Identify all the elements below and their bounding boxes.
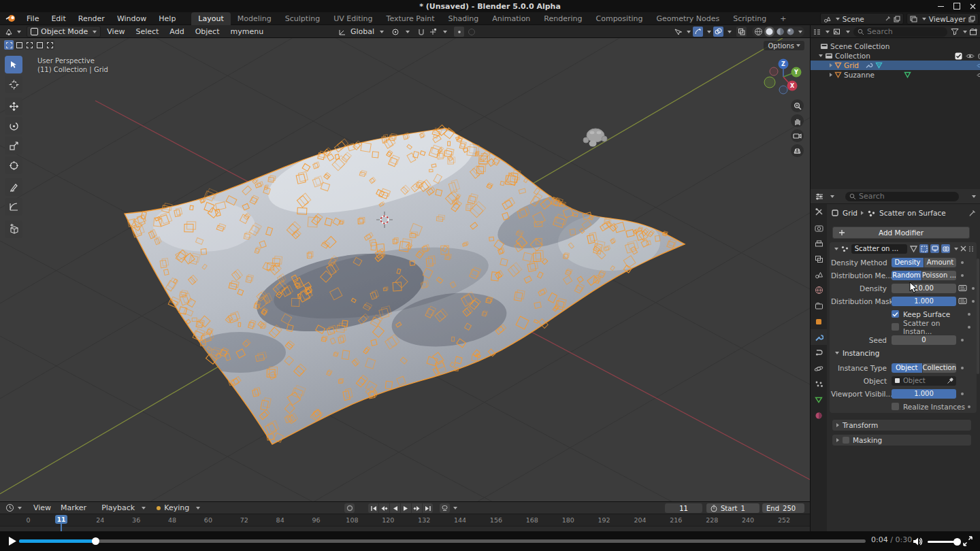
tool-scale[interactable]: [5, 137, 22, 154]
player-play-button[interactable]: [8, 536, 17, 546]
animate-dot[interactable]: [961, 393, 964, 395]
select-mode-subtract[interactable]: [24, 40, 34, 50]
select-mode-new[interactable]: [4, 40, 14, 50]
properties-options-dropdown[interactable]: [972, 195, 976, 198]
new-collection-icon[interactable]: [969, 28, 978, 36]
eyedropper-icon[interactable]: [947, 378, 953, 384]
pivot-point-icon[interactable]: [391, 28, 400, 36]
snap-target-icon[interactable]: [429, 28, 438, 36]
snap-magnet-icon[interactable]: [417, 28, 425, 36]
hide-eye-icon[interactable]: [966, 53, 975, 59]
show-gizmo-visibility-icon[interactable]: [674, 28, 683, 36]
copy-scene-icon[interactable]: [894, 16, 900, 22]
collection-checkbox[interactable]: [955, 52, 962, 60]
instancing-section-header[interactable]: Instancing: [830, 346, 977, 359]
distribution-mask-slider[interactable]: 1.000: [892, 297, 956, 306]
animate-dot[interactable]: [968, 313, 970, 316]
viewport-3d[interactable]: User Perspective (11) Collection | Grid …: [0, 38, 810, 501]
player-progress-track[interactable]: [19, 539, 866, 543]
player-progress-knob[interactable]: [92, 537, 99, 545]
blender-logo-icon[interactable]: [5, 14, 16, 22]
gizmo-axis-neg-x[interactable]: [770, 67, 778, 76]
proportional-editing-icon[interactable]: [454, 27, 464, 37]
animate-dot[interactable]: [968, 405, 970, 408]
gizmo-axis-y[interactable]: Y: [791, 67, 802, 78]
drag-handle-icon[interactable]: [968, 246, 974, 252]
properties-scrollbar[interactable]: [977, 258, 979, 374]
outliner-search-input[interactable]: Search: [853, 27, 947, 37]
tab-compositing[interactable]: Compositing: [589, 12, 650, 25]
menu-file[interactable]: File: [20, 14, 45, 23]
breadcrumb-object[interactable]: Grid: [843, 209, 858, 217]
maximize-button[interactable]: [953, 3, 960, 10]
animate-dot[interactable]: [961, 339, 964, 341]
animate-dot[interactable]: [972, 300, 975, 303]
tab-geometry-nodes[interactable]: Geometry Nodes: [649, 12, 726, 25]
tool-transform[interactable]: [5, 156, 22, 174]
timeline-ruler[interactable]: 0243648607284961081201321441561681801922…: [0, 514, 810, 527]
density-method-amount[interactable]: Amount: [924, 258, 956, 267]
pin-icon[interactable]: [885, 16, 891, 22]
distribution-random[interactable]: Random: [892, 271, 921, 280]
tool-cursor[interactable]: [5, 76, 22, 93]
navigation-gizmo[interactable]: Z Y X: [761, 54, 806, 99]
realize-instances-checkbox[interactable]: [892, 403, 899, 410]
menu-render[interactable]: Render: [72, 14, 111, 23]
hide-eye-icon[interactable]: [977, 63, 980, 69]
tab-sculpting[interactable]: Sculpting: [278, 12, 327, 25]
object-picker-field[interactable]: Object: [892, 376, 956, 386]
collapse-chevron[interactable]: [834, 248, 838, 250]
tool-move[interactable]: [5, 97, 22, 115]
tab-object-data[interactable]: [811, 392, 827, 407]
tab-view-layer[interactable]: [811, 251, 827, 267]
tab-render[interactable]: [811, 220, 827, 235]
modifier-name-field[interactable]: Scatter on ...: [851, 244, 907, 254]
outliner-row-grid[interactable]: Grid: [811, 61, 980, 70]
shading-rendered-icon[interactable]: [786, 27, 795, 36]
menu-help[interactable]: Help: [152, 14, 182, 23]
seed-field[interactable]: 0: [892, 335, 956, 345]
jump-to-end-button[interactable]: [423, 503, 433, 513]
shading-solid-icon[interactable]: [764, 27, 774, 37]
masking-section-header[interactable]: Masking: [832, 435, 971, 446]
tool-select-box[interactable]: [5, 56, 22, 73]
tab-rendering[interactable]: Rendering: [537, 12, 589, 25]
scene-selector[interactable]: Scene: [820, 13, 904, 24]
menu-object[interactable]: Object: [191, 27, 225, 36]
timeline-editor-icon[interactable]: [5, 503, 14, 512]
modifier-edit-mode-icon[interactable]: [919, 244, 928, 253]
outliner-row-suzanne[interactable]: Suzanne: [811, 70, 980, 80]
menu-select[interactable]: Select: [131, 27, 163, 36]
jump-to-start-button[interactable]: [368, 503, 378, 513]
gizmo-axis-neg-z[interactable]: [779, 86, 787, 94]
overlays-toggle-icon[interactable]: [713, 27, 723, 37]
tab-uv-editing[interactable]: UV Editing: [327, 12, 379, 25]
density-method-density[interactable]: Density: [892, 258, 924, 267]
scatter-on-instances-checkbox[interactable]: [892, 323, 899, 331]
transform-section-header[interactable]: Transform: [832, 420, 971, 431]
frame-start-field[interactable]: Start1: [706, 503, 760, 513]
menu-edit[interactable]: Edit: [45, 14, 71, 23]
timeline-menu-view[interactable]: View: [29, 503, 56, 512]
attribute-toggle-icon[interactable]: [958, 297, 967, 305]
tab-output[interactable]: [811, 235, 827, 251]
tab-shading[interactable]: Shading: [442, 12, 486, 25]
xray-toggle-icon[interactable]: [736, 27, 747, 37]
tool-rotate[interactable]: [5, 117, 22, 135]
tab-tool[interactable]: [811, 204, 827, 220]
shading-dropdown[interactable]: [798, 31, 802, 33]
select-mode-extend[interactable]: [14, 40, 24, 50]
orientation-dropdown[interactable]: [380, 31, 384, 33]
animate-dot[interactable]: [961, 274, 964, 277]
pan-hand-button[interactable]: [791, 114, 804, 127]
tab-scene[interactable]: [811, 267, 827, 282]
tab-physics[interactable]: [811, 361, 827, 376]
tab-texture-paint[interactable]: Texture Paint: [380, 12, 442, 25]
playhead[interactable]: 11: [55, 515, 67, 532]
filter-funnel-icon[interactable]: [951, 28, 959, 35]
menu-window[interactable]: Window: [111, 14, 152, 23]
distribution-poisson[interactable]: Poisson ...: [922, 271, 956, 280]
tool-measure[interactable]: [5, 198, 22, 216]
next-keyframe-button[interactable]: [412, 503, 422, 513]
fullscreen-icon[interactable]: [962, 536, 973, 546]
